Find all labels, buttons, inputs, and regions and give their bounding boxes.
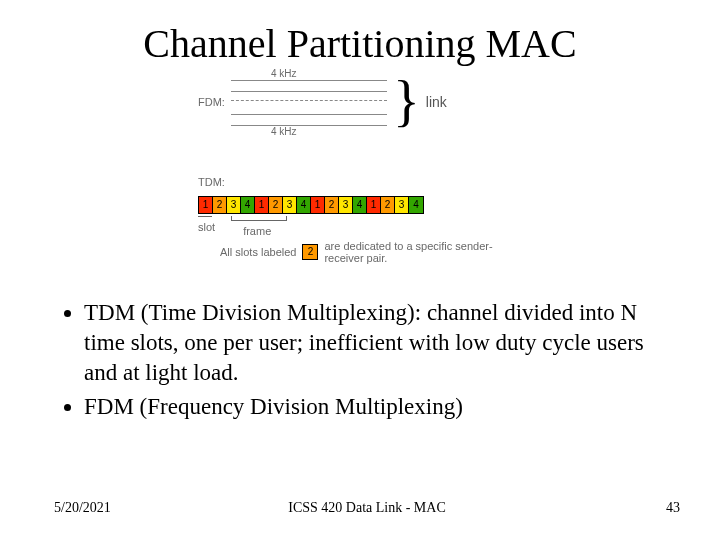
footer-center: ICSS 420 Data Link - MAC — [54, 500, 680, 516]
bullet-list: TDM (Time Division Multiplexing): channe… — [54, 298, 650, 426]
slide-title: Channel Partitioning MAC — [0, 20, 720, 67]
tdm-slot: 3 — [339, 197, 353, 213]
frame-caption: frame — [243, 225, 271, 237]
fdm-bottom-band-label: 4 kHz — [271, 126, 297, 137]
caption-slot-icon: 2 — [302, 244, 318, 260]
tdm-slot: 1 — [199, 197, 213, 213]
tdm-label: TDM: — [198, 176, 225, 188]
footer: 5/20/2021 ICSS 420 Data Link - MAC 43 — [54, 500, 680, 516]
bullet-item: TDM (Time Division Multiplexing): channe… — [84, 298, 650, 388]
tdm-slot: 3 — [283, 197, 297, 213]
tdm-slot: 2 — [213, 197, 227, 213]
caption-text-a: All slots labeled — [220, 246, 296, 258]
tdm-slot-row: 1 2 3 4 1 2 3 4 1 2 3 4 1 2 3 4 — [198, 196, 424, 214]
tdm-slot: 2 — [381, 197, 395, 213]
tdm-caption: All slots labeled 2 are dedicated to a s… — [220, 240, 524, 264]
tdm-slot: 3 — [395, 197, 409, 213]
fdm-label: FDM: — [198, 96, 225, 108]
tdm-slot: 2 — [269, 197, 283, 213]
tdm-slot: 1 — [311, 197, 325, 213]
tdm-slot: 2 — [325, 197, 339, 213]
tdm-slot: 1 — [367, 197, 381, 213]
fdm-link-label: link — [426, 94, 447, 110]
tdm-slot: 4 — [409, 197, 423, 213]
tdm-slot: 4 — [297, 197, 311, 213]
fdm-figure: FDM: 4 kHz 4 kHz } link — [198, 78, 498, 126]
slide: Channel Partitioning MAC FDM: 4 kHz 4 kH… — [0, 0, 720, 540]
bullet-item: FDM (Frequency Division Multiplexing) — [84, 392, 650, 422]
brace-icon: } — [393, 85, 420, 119]
slot-caption: slot — [198, 221, 215, 233]
tdm-slot: 3 — [227, 197, 241, 213]
tdm-slot: 1 — [255, 197, 269, 213]
fdm-top-band-label: 4 kHz — [271, 68, 297, 79]
caption-text-b: are dedicated to a specific sender-recei… — [324, 240, 524, 264]
tdm-slot: 4 — [241, 197, 255, 213]
tdm-slot: 4 — [353, 197, 367, 213]
tdm-figure: TDM: 1 2 3 4 1 2 3 4 1 2 3 4 1 2 3 4 slo… — [198, 172, 424, 239]
fdm-bands: 4 kHz 4 kHz — [231, 78, 387, 126]
